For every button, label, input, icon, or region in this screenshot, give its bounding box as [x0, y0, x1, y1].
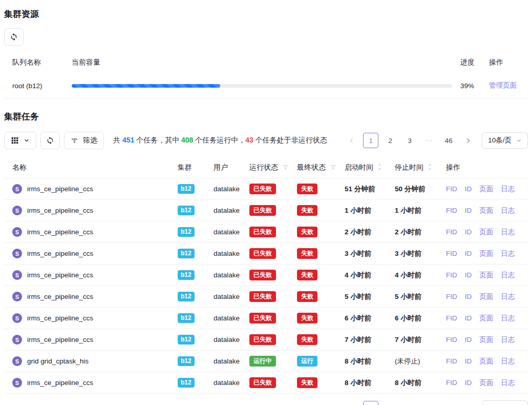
action-link-log[interactable]: 日志	[501, 357, 515, 365]
action-link-page[interactable]: 页面	[479, 357, 493, 365]
pagination-next-button[interactable]	[460, 401, 476, 405]
action-link-page[interactable]: 页面	[479, 228, 493, 236]
start-time-cell: 8 小时前	[341, 351, 391, 372]
action-link-log[interactable]: 日志	[501, 271, 515, 279]
task-name: irms_ce_pipeline_ccs	[27, 293, 93, 300]
chevron-down-icon	[24, 137, 30, 144]
column-header-start-time[interactable]: 启动时间	[341, 157, 391, 178]
pagination-prev-button[interactable]	[344, 133, 359, 148]
action-link-fid[interactable]: FID	[446, 293, 457, 300]
task-name-cell: Sirms_ce_pipeline_ccs	[4, 221, 174, 243]
final-status-cell: 失败	[293, 243, 341, 265]
task-cluster-cell: b12	[174, 286, 209, 308]
filter-funnel-icon[interactable]	[282, 164, 289, 171]
pagination-page-3[interactable]: 3	[402, 401, 417, 405]
final-status-badge: 失败	[297, 313, 317, 323]
manage-page-link[interactable]: 管理页面	[489, 82, 517, 89]
action-link-fid[interactable]: FID	[446, 271, 457, 279]
final-status-cell: 运行	[293, 351, 341, 372]
task-name-cell: Sirms_ce_pipeline_ccs	[4, 372, 174, 394]
action-link-fid[interactable]: FID	[446, 207, 457, 214]
stop-time-cell: 1 小时前	[391, 200, 442, 221]
column-label: 最终状态	[297, 163, 326, 171]
column-label: 集群	[178, 163, 192, 171]
table-row: Sirms_ce_pipeline_ccsb12datalake已失败失败7 小…	[4, 329, 528, 351]
column-header-stop-time[interactable]: 停止时间	[391, 157, 442, 178]
action-link-page[interactable]: 页面	[479, 271, 493, 279]
task-name: irms_ce_pipeline_ccs	[27, 207, 93, 214]
action-link-log[interactable]: 日志	[501, 228, 515, 236]
action-link-fid[interactable]: FID	[446, 379, 457, 387]
action-link-page[interactable]: 页面	[479, 379, 493, 387]
tasks-refresh-button[interactable]	[40, 132, 60, 149]
pagination-page-2[interactable]: 2	[382, 133, 398, 148]
cluster-badge: b12	[178, 292, 195, 301]
action-link-fid[interactable]: FID	[446, 185, 457, 193]
resources-title: 集群资源	[4, 8, 528, 20]
page-size-select[interactable]: 10条/页	[482, 132, 528, 149]
action-link-log[interactable]: 日志	[501, 207, 515, 214]
action-link-fid[interactable]: FID	[446, 314, 457, 322]
action-link-id[interactable]: ID	[465, 357, 472, 365]
action-link-fid[interactable]: FID	[446, 250, 457, 257]
column-header-user: 用户	[209, 157, 245, 178]
pagination-page-2[interactable]: 2	[382, 401, 398, 405]
action-link-id[interactable]: ID	[465, 185, 472, 193]
pagination-page-1[interactable]: 1	[363, 133, 378, 148]
pagination-page-1[interactable]: 1	[363, 401, 378, 405]
action-link-id[interactable]: ID	[465, 207, 472, 214]
task-name: irms_ce_pipeline_ccs	[27, 379, 93, 387]
action-link-page[interactable]: 页面	[479, 207, 493, 214]
action-link-id[interactable]: ID	[465, 250, 472, 257]
task-user-cell: datalake	[209, 178, 245, 200]
pagination-page-3[interactable]: 3	[402, 133, 417, 148]
filter-button[interactable]: 筛选	[64, 132, 104, 149]
column-header-run-status[interactable]: 运行状态	[245, 157, 293, 178]
run-status-badge: 已失败	[249, 248, 276, 259]
action-link-log[interactable]: 日志	[501, 250, 515, 257]
layout-grid-dropdown-button[interactable]	[4, 132, 36, 149]
filter-funnel-icon[interactable]	[330, 164, 336, 171]
cluster-badge: b12	[178, 356, 195, 366]
action-link-log[interactable]: 日志	[501, 293, 515, 300]
pagination-prev-button[interactable]	[344, 401, 359, 405]
action-link-page[interactable]: 页面	[479, 250, 493, 257]
resources-refresh-button[interactable]	[4, 28, 24, 46]
action-link-id[interactable]: ID	[465, 379, 472, 387]
capacity-progress-bar	[72, 84, 452, 88]
action-link-id[interactable]: ID	[465, 336, 472, 343]
task-actions-cell: FIDID页面日志	[442, 329, 528, 351]
task-user-cell: datalake	[209, 372, 245, 394]
action-link-page[interactable]: 页面	[479, 336, 493, 343]
pagination-next-button[interactable]	[460, 133, 476, 148]
action-link-fid[interactable]: FID	[446, 336, 457, 343]
final-status-badge: 失败	[297, 334, 317, 345]
task-name-cell: Sirms_ce_pipeline_ccs	[4, 286, 174, 308]
pagination-page-46[interactable]: 46	[441, 401, 456, 405]
sort-icon[interactable]	[377, 163, 382, 171]
action-link-page[interactable]: 页面	[479, 314, 493, 322]
final-status-badge: 失败	[297, 291, 317, 302]
action-link-log[interactable]: 日志	[501, 314, 515, 322]
page-size-select[interactable]: 10条/页	[482, 400, 528, 405]
action-link-log[interactable]: 日志	[501, 336, 515, 343]
action-link-log[interactable]: 日志	[501, 379, 515, 387]
final-status-cell: 失败	[293, 178, 341, 200]
task-actions-cell: FIDID页面日志	[442, 221, 528, 243]
action-link-id[interactable]: ID	[465, 271, 472, 279]
cluster-badge: b12	[178, 227, 195, 237]
action-link-page[interactable]: 页面	[479, 293, 493, 300]
pagination-page-46[interactable]: 46	[441, 133, 456, 148]
action-link-log[interactable]: 日志	[501, 185, 515, 193]
action-link-page[interactable]: 页面	[479, 185, 493, 193]
sort-icon[interactable]	[428, 163, 432, 171]
start-time: 4 小时前	[345, 271, 371, 279]
task-cluster-cell: b12	[174, 308, 209, 329]
action-link-id[interactable]: ID	[465, 293, 472, 300]
action-link-id[interactable]: ID	[465, 314, 472, 322]
action-link-fid[interactable]: FID	[446, 228, 457, 236]
action-link-fid[interactable]: FID	[446, 357, 457, 365]
column-header-final-status[interactable]: 最终状态	[293, 157, 341, 178]
stop-time: 3 小时前	[395, 250, 421, 257]
action-link-id[interactable]: ID	[465, 228, 472, 236]
